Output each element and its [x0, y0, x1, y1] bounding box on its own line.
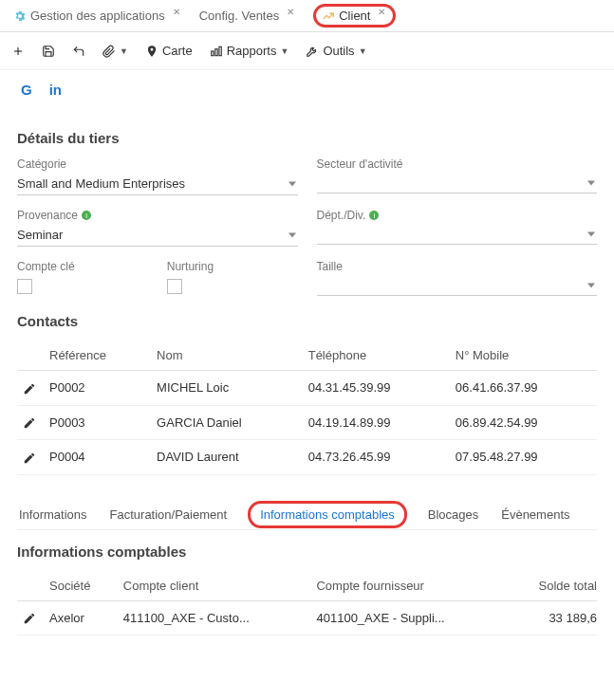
field-compte-cle: Compte clé [17, 260, 148, 296]
cell-tel[interactable]: 04.31.45.39.99 [303, 371, 450, 406]
gear-icon [13, 9, 27, 24]
field-row-compte-nurturing: Compte clé Nurturing [17, 260, 298, 296]
label-categorie: Catégorie [17, 157, 298, 171]
cell-nom: MICHEL Loic [151, 371, 303, 406]
svg-rect-4 [219, 46, 221, 55]
cell-mob[interactable]: 07.95.48.27.99 [450, 440, 597, 475]
add-button[interactable] [11, 45, 25, 58]
cell-mob[interactable]: 06.41.66.37.99 [450, 371, 597, 406]
field-nurturing: Nurturing [167, 260, 298, 296]
contacts-table: Référence Nom Téléphone N° Mobile P0002 … [17, 341, 597, 475]
label-nurturing: Nurturing [167, 260, 298, 273]
select-deptdiv[interactable] [317, 224, 598, 245]
cell-societe: Axelor [44, 600, 118, 636]
cell-compte-fournisseur: 401100_AXE - Suppli... [310, 600, 507, 636]
col-compte-fournisseur: Compte fournisseur [310, 571, 507, 601]
highlight-marker: Client ✕ [313, 4, 396, 28]
field-secteur: Secteur d'activité [317, 157, 598, 195]
field-categorie: Catégorie Small and Medium Enterprises [17, 157, 298, 195]
tab-label: Client [339, 9, 370, 23]
close-icon[interactable]: ✕ [173, 7, 180, 17]
section-title-accounting: Informations comptables [17, 543, 597, 560]
save-button[interactable] [42, 45, 55, 58]
col-societe: Société [44, 571, 118, 601]
info-icon[interactable]: i [369, 211, 379, 220]
tab-config-ventes[interactable]: Config. Ventes ✕ [190, 3, 305, 28]
table-row[interactable]: P0002 MICHEL Loic 04.31.45.39.99 06.41.6… [17, 371, 597, 406]
field-provenance: Provenance i Seminar [17, 209, 298, 247]
undo-button[interactable] [72, 45, 85, 58]
close-icon[interactable]: ✕ [287, 7, 294, 17]
cell-ref: P0003 [44, 405, 151, 440]
outils-label: Outils [323, 44, 354, 58]
select-categorie[interactable]: Small and Medium Enterprises [17, 173, 298, 195]
col-solde: Solde total [507, 571, 597, 601]
social-links: G in [17, 76, 597, 113]
subtab-blocages[interactable]: Blocages [426, 500, 480, 529]
carte-label: Carte [162, 44, 193, 58]
main-content: G in Détails du tiers Catégorie Small an… [0, 70, 614, 654]
accounting-table: Société Compte client Compte fournisseur… [17, 571, 597, 636]
tab-client[interactable]: Client ✕ [304, 0, 405, 33]
table-row[interactable]: P0004 DAVID Laurent 04.73.26.45.99 07.95… [17, 440, 597, 475]
caret-down-icon: ▼ [120, 46, 128, 56]
cell-tel[interactable]: 04.19.14.89.99 [303, 405, 450, 440]
select-taille[interactable] [317, 275, 598, 296]
edit-icon[interactable] [17, 371, 44, 406]
subtab-comptables[interactable]: Informations comptables [260, 507, 395, 522]
table-row[interactable]: P0003 GARCIA Daniel 04.19.14.89.99 06.89… [17, 405, 597, 440]
toolbar: ▼ Carte Rapports ▼ Outils ▼ [0, 32, 614, 70]
carte-button[interactable]: Carte [145, 44, 193, 58]
cell-nom: GARCIA Daniel [151, 405, 303, 440]
linkedin-icon[interactable]: in [49, 82, 62, 98]
section-title-details: Détails du tiers [17, 130, 597, 146]
svg-rect-2 [211, 51, 213, 56]
section-title-contacts: Contacts [17, 313, 597, 329]
cell-nom: DAVID Laurent [151, 440, 303, 475]
label-provenance: Provenance i [17, 209, 298, 222]
edit-icon[interactable] [17, 600, 44, 636]
checkbox-compte-cle[interactable] [17, 279, 32, 294]
field-taille: Taille [317, 260, 598, 296]
subtab-facturation[interactable]: Facturation/Paiement [108, 500, 230, 529]
subtabs: Informations Facturation/Paiement Inform… [17, 500, 597, 530]
subtab-informations[interactable]: Informations [17, 500, 89, 529]
cell-tel[interactable]: 04.73.26.45.99 [303, 440, 450, 475]
close-icon[interactable]: ✕ [378, 7, 385, 17]
col-compte-client: Compte client [118, 571, 311, 601]
chart-line-icon [322, 9, 335, 24]
select-secteur[interactable] [317, 173, 598, 193]
cell-mob[interactable]: 06.89.42.54.99 [450, 405, 597, 440]
outils-button[interactable]: Outils ▼ [306, 44, 366, 58]
col-mob: N° Mobile [450, 341, 597, 371]
google-icon[interactable]: G [21, 82, 32, 98]
top-tabs: Gestion des applications ✕ Config. Vente… [0, 0, 614, 32]
rapports-button[interactable]: Rapports ▼ [210, 44, 289, 58]
highlight-marker: Informations comptables [248, 501, 407, 528]
rapports-label: Rapports [227, 44, 277, 58]
subtab-evenements[interactable]: Évènements [499, 500, 571, 529]
col-ref: Référence [44, 341, 151, 371]
svg-rect-3 [215, 48, 217, 55]
col-tel: Téléphone [303, 341, 450, 371]
cell-ref: P0004 [44, 440, 151, 475]
tab-label: Gestion des applications [30, 9, 165, 23]
edit-icon[interactable] [17, 440, 44, 475]
field-deptdiv: Dépt./Div. i [317, 209, 598, 247]
label-secteur: Secteur d'activité [317, 157, 598, 171]
col-nom: Nom [151, 341, 303, 371]
table-row[interactable]: Axelor 411100_AXE - Custo... 401100_AXE … [17, 600, 597, 636]
details-form: Catégorie Small and Medium Enterprises S… [17, 157, 597, 296]
tab-apps[interactable]: Gestion des applications ✕ [4, 3, 190, 29]
checkbox-nurturing[interactable] [167, 279, 182, 294]
cell-compte-client: 411100_AXE - Custo... [118, 600, 311, 636]
info-icon[interactable]: i [82, 211, 91, 220]
label-compte-cle: Compte clé [17, 260, 148, 273]
attach-button[interactable]: ▼ [102, 45, 128, 58]
select-provenance[interactable]: Seminar [17, 224, 298, 247]
caret-down-icon: ▼ [359, 46, 367, 56]
cell-ref: P0002 [44, 371, 151, 406]
edit-icon[interactable] [17, 405, 44, 440]
label-deptdiv: Dépt./Div. i [317, 209, 598, 222]
accounting-section: Informations comptables Société Compte c… [17, 543, 597, 636]
